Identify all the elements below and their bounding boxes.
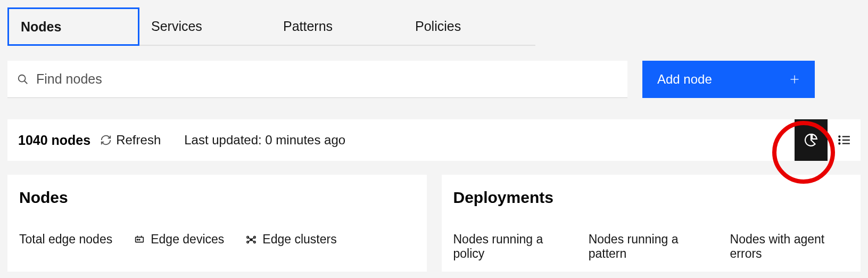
stat-nodes-policy: Nodes running a policy [453,232,567,261]
last-updated: Last updated: 0 minutes ago [184,133,345,148]
stat-label: Nodes running a pattern [589,232,709,261]
list-icon [837,133,851,147]
add-node-button[interactable]: Add node [642,61,815,98]
search-icon [17,73,29,85]
stat-label: Edge clusters [262,232,336,247]
card-deployments: Deployments Nodes running a policy Nodes… [442,175,861,272]
svg-point-6 [839,140,840,141]
tab-services[interactable]: Services [139,7,271,46]
card-deployments-stats: Nodes running a policy Nodes running a p… [453,232,849,261]
pie-chart-icon [804,133,818,147]
svg-point-11 [137,239,138,240]
tab-nodes[interactable]: Nodes [7,7,139,46]
svg-point-8 [839,143,840,144]
tabs-bar: Nodes Services Patterns Policies [0,0,868,46]
tab-policies[interactable]: Policies [403,7,535,46]
plus-icon [789,74,800,85]
view-toggle [795,119,861,161]
stat-label: Nodes running a policy [453,232,567,261]
toolbar: 1040 nodes Refresh Last updated: 0 minut… [7,119,861,161]
tab-patterns[interactable]: Patterns [271,7,403,46]
list-view-button[interactable] [828,119,861,161]
cards-row: Nodes Total edge nodes Edge devices Edge… [7,175,861,272]
refresh-label: Refresh [116,133,161,148]
svg-point-0 [19,75,26,81]
card-nodes-stats: Total edge nodes Edge devices Edge clust… [19,232,415,247]
svg-point-4 [839,136,840,137]
search-box[interactable] [7,61,627,98]
refresh-button[interactable]: Refresh [100,133,161,148]
stat-edge-devices: Edge devices [134,232,224,247]
search-input[interactable] [36,71,618,87]
node-count: 1040 nodes [18,133,90,148]
search-row: Add node [0,46,868,98]
card-deployments-title: Deployments [453,189,849,207]
stat-edge-clusters: Edge clusters [245,232,336,247]
svg-line-1 [24,80,28,84]
svg-point-12 [139,239,140,240]
stat-label: Edge devices [151,232,224,247]
refresh-icon [100,134,112,146]
card-nodes-title: Nodes [19,189,415,207]
stat-label: Total edge nodes [19,232,112,247]
stat-label: Nodes with agent errors [730,232,849,261]
add-node-label: Add node [657,72,712,87]
cluster-icon [245,234,257,246]
chart-view-button[interactable] [795,119,828,161]
card-nodes: Nodes Total edge nodes Edge devices Edge… [7,175,427,272]
stat-nodes-errors: Nodes with agent errors [730,232,849,261]
stat-total-edge-nodes: Total edge nodes [19,232,112,247]
device-icon [134,234,145,246]
stat-nodes-pattern: Nodes running a pattern [589,232,709,261]
